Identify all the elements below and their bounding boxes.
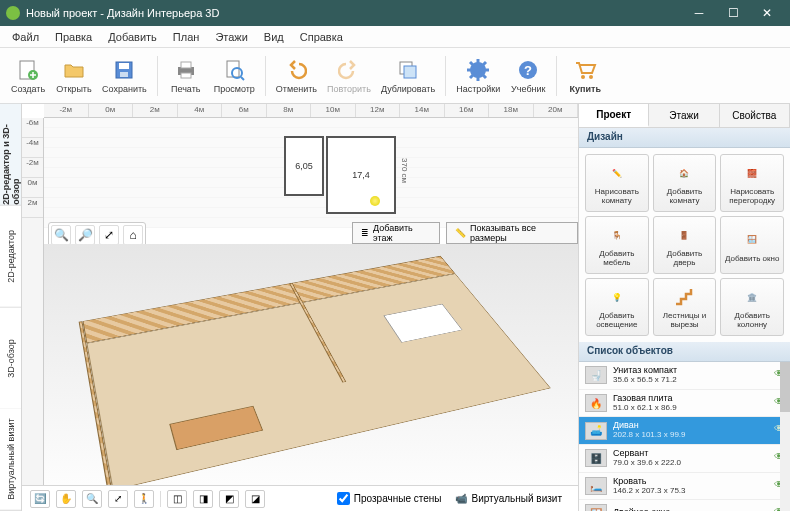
list-item[interactable]: 🛏️Кровать146.2 x 207.3 x 75.3👁 [579, 473, 790, 501]
svg-rect-6 [181, 62, 191, 68]
open-button[interactable]: Открыть [52, 51, 96, 101]
add-door-button[interactable]: 🚪Добавить дверь [653, 216, 717, 274]
undo-icon [284, 58, 308, 82]
light-bulb-marker[interactable] [370, 196, 380, 206]
stairs-icon: ≣ [361, 228, 369, 238]
view-mode-tabs: 2D-редактор и 3D-обзор 2D-редактор 3D-об… [0, 104, 22, 511]
column-icon: 🏛️ [740, 285, 764, 309]
svg-rect-7 [181, 73, 191, 78]
tab-2d-3d[interactable]: 2D-редактор и 3D-обзор [0, 104, 21, 206]
list-item[interactable]: 🔥Газовая плита51.0 x 62.1 x 86.9👁 [579, 390, 790, 418]
tab-2d[interactable]: 2D-редактор [0, 206, 21, 308]
printer-icon [174, 58, 198, 82]
svg-rect-3 [119, 63, 129, 69]
menu-edit[interactable]: Правка [47, 29, 100, 45]
add-floor-button[interactable]: ≣Добавить этаж [352, 222, 440, 244]
room-1[interactable]: 6,05 [284, 136, 324, 196]
wall-icon: 🧱 [740, 161, 764, 185]
tutorial-button[interactable]: ?Учебник [506, 51, 550, 101]
thumb-icon: 🚽 [585, 366, 607, 384]
ruler-icon: 📏 [455, 228, 466, 238]
scrollbar-thumb[interactable] [780, 362, 790, 412]
preview-button[interactable]: Просмотр [210, 51, 259, 101]
cart-icon [573, 58, 597, 82]
canvas[interactable]: -2м0м2м4м6м8м10м12м14м16м18м20м -6м-4м-2… [22, 104, 578, 511]
walk-button[interactable]: 🚶 [134, 490, 154, 508]
save-button[interactable]: Сохранить [98, 51, 151, 101]
show-dimensions-button[interactable]: 📏Показывать все размеры [446, 222, 578, 244]
draw-partition-button[interactable]: 🧱Нарисовать перегородку [720, 154, 784, 212]
home-button[interactable]: ⌂ [123, 225, 143, 245]
scrollbar-track[interactable] [780, 362, 790, 511]
camera-icon: 📹 [455, 493, 467, 504]
buy-button[interactable]: Купить [563, 51, 607, 101]
window-title: Новый проект - Дизайн Интерьера 3D [26, 7, 682, 19]
tab-virtual-visit[interactable]: Виртуальный визит [0, 409, 21, 511]
folder-open-icon [62, 58, 86, 82]
pan-button[interactable]: ✋ [56, 490, 76, 508]
stairs-icon [672, 285, 696, 309]
plan-2d-viewport[interactable]: 6,05 17,4 370 см [44, 118, 578, 228]
tab-properties[interactable]: Свойства [720, 104, 790, 127]
gear-icon [466, 58, 490, 82]
menu-help[interactable]: Справка [292, 29, 351, 45]
menu-add[interactable]: Добавить [100, 29, 165, 45]
render-3d-viewport[interactable] [44, 244, 578, 485]
tab-floors[interactable]: Этажи [649, 104, 719, 127]
zoom-out-button[interactable]: 🔎 [75, 225, 95, 245]
view-front-button[interactable]: ◫ [167, 490, 187, 508]
duplicate-icon [396, 58, 420, 82]
new-button[interactable]: Создать [6, 51, 50, 101]
new-file-icon [16, 58, 40, 82]
virtual-visit-button[interactable]: 📹Виртуальный визит [447, 491, 570, 506]
menu-plan[interactable]: План [165, 29, 208, 45]
maximize-button[interactable]: ☐ [716, 0, 750, 26]
add-column-button[interactable]: 🏛️Добавить колонну [720, 278, 784, 336]
close-button[interactable]: ✕ [750, 0, 784, 26]
orbit-button[interactable]: 🔄 [30, 490, 50, 508]
settings-button[interactable]: Настройки [452, 51, 504, 101]
undo-button[interactable]: Отменить [272, 51, 321, 101]
object-list[interactable]: 🚽Унитаз компакт35.6 x 56.5 x 71.2👁 🔥Газо… [579, 362, 790, 511]
redo-button[interactable]: Повторить [323, 51, 375, 101]
menu-view[interactable]: Вид [256, 29, 292, 45]
minimize-button[interactable]: ─ [682, 0, 716, 26]
zoom-button[interactable]: 🔍 [82, 490, 102, 508]
menu-floors[interactable]: Этажи [207, 29, 255, 45]
fit-button[interactable]: ⤢ [108, 490, 128, 508]
zoom-in-button[interactable]: 🔍 [51, 225, 71, 245]
draw-room-button[interactable]: ✏️Нарисовать комнату [585, 154, 649, 212]
thumb-icon: 🛋️ [585, 422, 607, 440]
ruler-horizontal: -2м0м2м4м6м8м10м12м14м16м18м20м [44, 104, 578, 118]
door-icon: 🚪 [672, 223, 696, 247]
list-item[interactable]: 🪟Двойное окно👁 [579, 500, 790, 511]
stairs-cutouts-button[interactable]: Лестницы и вырезы [653, 278, 717, 336]
tab-project[interactable]: Проект [579, 104, 649, 127]
add-window-button[interactable]: 🪟Добавить окно [720, 216, 784, 274]
save-icon [112, 58, 136, 82]
transparent-walls-checkbox[interactable]: Прозрачные стены [337, 492, 442, 505]
dimension-label: 370 см [400, 158, 409, 183]
floor-toolbar: ≣Добавить этаж 📏Показывать все размеры [352, 222, 578, 244]
add-room-button[interactable]: 🏠Добавить комнату [653, 154, 717, 212]
list-item[interactable]: 🗄️Сервант79.0 x 39.6 x 222.0👁 [579, 445, 790, 473]
menubar: Файл Правка Добавить План Этажи Вид Спра… [0, 26, 790, 48]
add-furniture-button[interactable]: 🪑Добавить мебель [585, 216, 649, 274]
print-button[interactable]: Печать [164, 51, 208, 101]
view-side-button[interactable]: ◨ [193, 490, 213, 508]
view-iso-button[interactable]: ◪ [245, 490, 265, 508]
help-icon: ? [516, 58, 540, 82]
tab-3d[interactable]: 3D-обзор [0, 308, 21, 410]
duplicate-button[interactable]: Дублировать [377, 51, 439, 101]
thumb-icon: 🗄️ [585, 449, 607, 467]
svg-line-10 [241, 77, 244, 80]
view-top-button[interactable]: ◩ [219, 490, 239, 508]
room-2[interactable]: 17,4 [326, 136, 396, 214]
ruler-vertical: -6м-4м-2м0м2м [22, 118, 44, 511]
menu-file[interactable]: Файл [4, 29, 47, 45]
zoom-fit-button[interactable]: ⤢ [99, 225, 119, 245]
magnifier-page-icon [222, 58, 246, 82]
add-lighting-button[interactable]: 💡Добавить освещение [585, 278, 649, 336]
list-item[interactable]: 🛋️Диван202.8 x 101.3 x 99.9👁 [579, 417, 790, 445]
list-item[interactable]: 🚽Унитаз компакт35.6 x 56.5 x 71.2👁 [579, 362, 790, 390]
